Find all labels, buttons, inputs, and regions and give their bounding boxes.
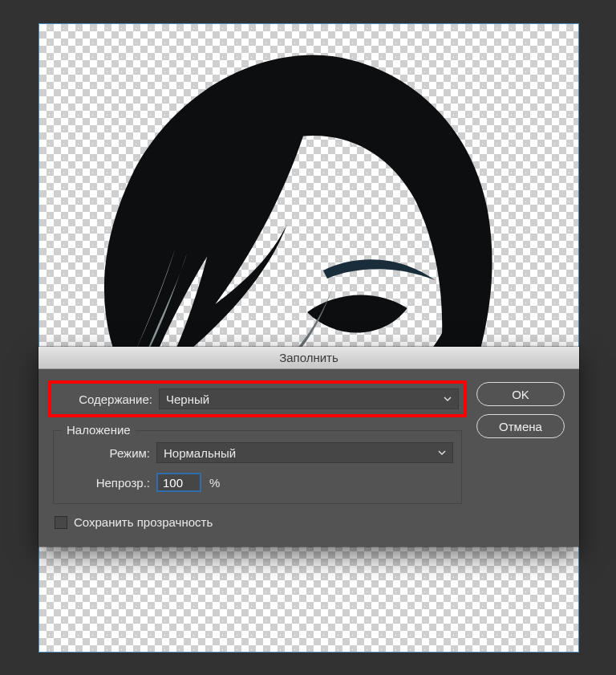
- mode-label: Режим:: [62, 446, 156, 460]
- document-canvas[interactable]: [38, 23, 579, 653]
- opacity-input[interactable]: [156, 473, 201, 492]
- blending-group: Наложение Режим: Нормальный Непрозр.: %: [53, 430, 462, 504]
- dialog-titlebar[interactable]: Заполнить: [38, 347, 579, 369]
- layer-content: [39, 24, 578, 652]
- cancel-button-label: Отмена: [499, 420, 542, 433]
- mode-dropdown-value: Нормальный: [164, 446, 236, 460]
- mode-dropdown[interactable]: Нормальный: [156, 442, 453, 463]
- ok-button[interactable]: OK: [476, 382, 565, 406]
- chevron-down-icon: [444, 395, 452, 403]
- preserve-transparency-label: Сохранить прозрачность: [74, 515, 213, 529]
- opacity-unit: %: [209, 476, 220, 490]
- content-label: Содержание:: [56, 392, 159, 406]
- content-dropdown[interactable]: Черный: [159, 388, 459, 409]
- blending-group-title: Наложение: [62, 423, 136, 437]
- content-dropdown-value: Черный: [166, 392, 209, 406]
- opacity-label: Непрозр.:: [62, 476, 156, 490]
- content-row-highlight: Содержание: Черный: [48, 380, 467, 417]
- ok-button-label: OK: [512, 388, 529, 401]
- chevron-down-icon: [438, 449, 446, 457]
- preserve-transparency-checkbox[interactable]: [55, 516, 67, 529]
- svg-point-0: [334, 296, 369, 331]
- cancel-button[interactable]: Отмена: [476, 414, 565, 438]
- fill-dialog: Заполнить Содержание: Черный Наложение Р…: [38, 347, 579, 547]
- dialog-title: Заполнить: [279, 351, 338, 364]
